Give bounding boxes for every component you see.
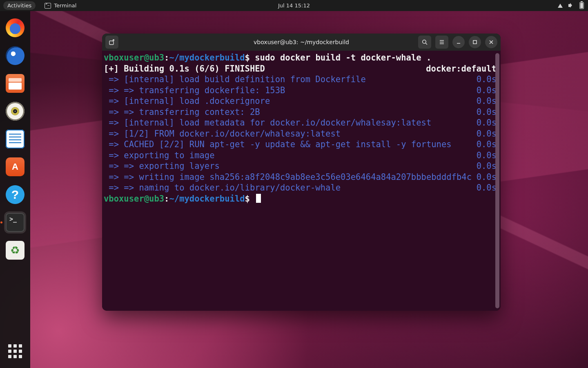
ubuntu-software-icon xyxy=(6,157,24,176)
dock xyxy=(0,11,30,368)
menu-icon xyxy=(439,39,445,45)
dock-app-help[interactable] xyxy=(4,184,26,206)
libreoffice-writer-icon xyxy=(6,130,24,148)
search-icon xyxy=(421,39,428,45)
terminal-scrollbar[interactable] xyxy=(495,53,499,308)
svg-line-3 xyxy=(425,43,427,45)
volume-icon xyxy=(568,3,574,8)
terminal-icon xyxy=(45,3,51,9)
terminal-line: [+] Building 0.1s (6/6) FINISHEDdocker:d… xyxy=(104,63,497,74)
rhythmbox-icon xyxy=(6,102,24,121)
battery-icon xyxy=(579,2,584,9)
top-panel: Activities Terminal Jul 14 15:12 xyxy=(0,0,588,11)
terminal-window: vboxuser@ub3: ~/mydockerbuild vboxuser@u… xyxy=(102,34,501,311)
help-icon xyxy=(6,185,24,204)
minimize-button[interactable] xyxy=(452,36,465,48)
close-button[interactable] xyxy=(485,36,497,48)
terminal-line: vboxuser@ub3:~/mydockerbuild$ sudo docke… xyxy=(104,52,497,63)
dock-app-ubuntu-software[interactable] xyxy=(4,156,26,178)
dock-app-thunderbird[interactable] xyxy=(4,45,26,67)
dock-app-libreoffice-writer[interactable] xyxy=(4,128,26,150)
new-tab-button[interactable] xyxy=(105,36,118,49)
terminal-line: => => writing image sha256:a8f2048c9ab8e… xyxy=(104,172,497,183)
minimize-icon xyxy=(456,39,461,45)
dock-app-files[interactable] xyxy=(4,72,26,94)
activities-button[interactable]: Activities xyxy=(3,1,36,10)
terminal-viewport[interactable]: vboxuser@ub3:~/mydockerbuild$ sudo docke… xyxy=(102,51,501,311)
svg-point-2 xyxy=(423,40,426,43)
dock-app-trash[interactable] xyxy=(4,239,26,261)
search-button[interactable] xyxy=(418,36,431,49)
terminal-line: => CACHED [2/2] RUN apt-get -y update &&… xyxy=(104,139,497,150)
window-title: vboxuser@ub3: ~/mydockerbuild xyxy=(254,39,349,45)
window-titlebar[interactable]: vboxuser@ub3: ~/mydockerbuild xyxy=(102,34,501,51)
dock-app-rhythmbox[interactable] xyxy=(4,100,26,122)
terminal-line: => [internal] load .dockerignore0.0s xyxy=(104,96,497,107)
files-icon xyxy=(6,74,24,93)
network-icon xyxy=(558,4,563,8)
firefox-icon xyxy=(6,18,24,37)
terminal-line: => => exporting layers0.0s xyxy=(104,161,497,172)
terminal-line: => [1/2] FROM docker.io/docker/whalesay:… xyxy=(104,128,497,139)
dock-app-firefox[interactable] xyxy=(4,17,26,39)
hamburger-menu-button[interactable] xyxy=(435,36,448,49)
terminal-line: => exporting to image0.0s xyxy=(104,150,497,161)
terminal-icon xyxy=(6,213,24,232)
system-tray[interactable] xyxy=(558,2,584,9)
terminal-line: => => transferring dockerfile: 153B0.0s xyxy=(104,85,497,96)
terminal-line: => => naming to docker.io/library/docker… xyxy=(104,182,497,193)
close-icon xyxy=(488,39,494,45)
terminal-line: vboxuser@ub3:~/mydockerbuild$ xyxy=(104,193,497,204)
topbar-app-label: Terminal xyxy=(54,2,76,9)
trash-icon xyxy=(6,241,24,260)
show-applications-button[interactable] xyxy=(8,344,22,358)
topbar-focused-app[interactable]: Terminal xyxy=(45,2,76,9)
terminal-line: => [internal] load metadata for docker.i… xyxy=(104,117,497,128)
terminal-line: => [internal] load build definition from… xyxy=(104,74,497,85)
terminal-line: => => transferring context: 2B0.0s xyxy=(104,107,497,118)
thunderbird-icon xyxy=(6,46,24,65)
maximize-icon xyxy=(472,39,478,45)
maximize-button[interactable] xyxy=(469,36,481,48)
terminal-cursor xyxy=(256,194,261,203)
topbar-clock[interactable]: Jul 14 15:12 xyxy=(278,2,310,9)
svg-rect-8 xyxy=(473,40,477,44)
svg-rect-0 xyxy=(109,41,114,45)
dock-app-terminal[interactable] xyxy=(4,211,26,233)
